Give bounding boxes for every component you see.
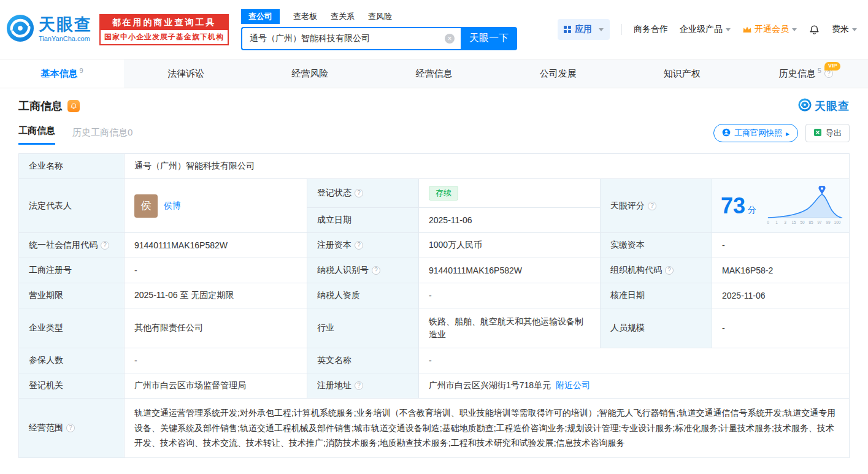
search-tab-relation[interactable]: 查关系 (331, 9, 355, 24)
nearby-companies-link[interactable]: 附近公司 (556, 380, 590, 390)
promo-badge: 都在用的商业查询工具 国家中小企业发展子基金旗下机构 (99, 14, 229, 45)
help-icon[interactable] (355, 189, 363, 197)
tianyancha-swirl-icon (6, 14, 34, 45)
help-icon[interactable] (355, 241, 363, 250)
approval-date-value: 2025-11-06 (712, 283, 850, 308)
nav-tab-company-development[interactable]: 公司发展 (496, 59, 620, 88)
reg-status-label: 登记状态 (307, 179, 419, 208)
insured-count-label: 参保人数 (19, 348, 125, 373)
top-menu: 应用 商务合作 企业级产品 开通会员 费米 (558, 19, 857, 40)
nav-tab-operation-info[interactable]: 经营信息 (372, 59, 496, 88)
menu-enterprise-products[interactable]: 企业级产品 (680, 24, 731, 35)
help-icon[interactable] (66, 424, 75, 432)
help-icon[interactable] (355, 381, 363, 390)
org-code-label: 组织机构代码 (601, 258, 712, 283)
paid-capital-value: - (712, 233, 850, 258)
business-term-label: 营业期限 (19, 283, 125, 308)
legal-rep-avatar[interactable]: 侯 (134, 194, 158, 218)
help-icon[interactable] (101, 241, 109, 250)
tyc-score-label: 天眼评分 (601, 179, 712, 233)
search-tab-company[interactable]: 查公司 (241, 9, 280, 24)
menu-cooperation[interactable]: 商务合作 (634, 24, 668, 35)
registration-authority-label: 登记机关 (19, 373, 125, 399)
chevron-down-icon (726, 28, 731, 31)
score-pin-icon (819, 186, 826, 194)
search-input[interactable] (248, 33, 445, 44)
subtab-history-business-info[interactable]: 历史工商信息0 (72, 127, 133, 145)
score-trend-chart: 0 1 3 15 50 85 97 99 100 (766, 186, 844, 226)
staff-size-label: 人员规模 (601, 308, 712, 348)
table-row: 法定代表人 侯 侯博 登记状态 存续 天眼评分 73 分 (19, 179, 850, 208)
site-logo[interactable]: 天眼查 TianYanCha.com (6, 14, 92, 45)
notifications-bell-icon[interactable] (808, 24, 820, 36)
taxpayer-qualification-label: 纳税人资质 (307, 283, 419, 308)
vip-badge: VIP (824, 62, 841, 71)
help-icon[interactable] (648, 202, 656, 210)
snapshot-icon (722, 128, 731, 139)
approval-date-label: 核准日期 (601, 283, 712, 308)
legal-rep-link[interactable]: 侯博 (164, 201, 181, 212)
nav-tab-intellectual-property[interactable]: 知识产权 (620, 59, 744, 88)
score-axis-tick: 100 (834, 220, 841, 224)
uscc-value: 91440111MAK16P582W (125, 233, 307, 258)
score-axis-tick: 3 (784, 220, 786, 224)
page-header: 天眼查 TianYanCha.com 都在用的商业查询工具 国家中小企业发展子基… (0, 0, 868, 59)
tab-count-badge: 9 (80, 67, 83, 74)
company-name-value: 通号（广州）智能科技有限公司 (125, 154, 850, 179)
established-date-value: 2025-11-06 (419, 208, 601, 233)
score-axis-tick: 15 (791, 220, 796, 224)
score-unit: 分 (748, 205, 756, 216)
company-type-label: 企业类型 (19, 308, 125, 348)
reg-capital-value: 1000万人民币 (419, 233, 601, 258)
search-tab-risk[interactable]: 查风险 (368, 9, 392, 24)
score-axis-tick: 99 (826, 220, 831, 224)
official-snapshot-button[interactable]: 工商官网快照 (713, 124, 798, 142)
search-area: 查公司 查老板 查关系 查风险 天眼一下 (241, 9, 517, 50)
search-tab-boss[interactable]: 查老板 (293, 9, 317, 24)
help-icon[interactable] (824, 69, 833, 78)
score-axis-tick: 85 (808, 220, 813, 224)
registered-address-value: 广州市白云区兴湖街1号718单元 附近公司 (419, 373, 850, 399)
open-membership-button[interactable]: 开通会员 (742, 24, 797, 35)
search-button[interactable]: 天眼一下 (461, 27, 517, 50)
nav-tab-history-info[interactable]: VIP 历史信息 5 (744, 59, 868, 88)
export-button[interactable]: 导出 (805, 124, 850, 142)
chevron-down-icon (599, 28, 604, 31)
company-type-value: 其他有限责任公司 (125, 308, 307, 348)
taxpayer-qualification-value: - (419, 283, 601, 308)
table-row: 营业期限 2025-11-06 至 无固定期限 纳税人资质 - 核准日期 202… (19, 283, 850, 308)
company-nav-bar: 基本信息 9 法律诉讼 经营风险 经营信息 公司发展 知识产权 VIP 历史信息… (0, 59, 868, 88)
score-axis-tick: 0 (767, 220, 769, 224)
company-name-label: 企业名称 (19, 154, 125, 179)
subscribe-bell-icon[interactable] (67, 100, 80, 112)
paid-capital-label: 实缴资本 (601, 233, 712, 258)
nav-tab-legal-litigation[interactable]: 法律诉讼 (124, 59, 248, 88)
help-icon[interactable] (665, 266, 674, 275)
business-scope-label: 经营范围 (19, 399, 125, 458)
apps-button[interactable]: 应用 (558, 19, 610, 40)
help-icon[interactable] (372, 266, 380, 275)
legal-rep-label: 法定代表人 (19, 179, 125, 233)
subtab-business-info[interactable]: 工商信息 (18, 125, 55, 145)
score-axis-tick: 97 (817, 220, 822, 224)
main-content: 工商信息 天眼查 工商信息 历史 (0, 98, 868, 458)
watermark-brand: 天眼查 (798, 98, 850, 114)
tianyancha-swirl-icon (798, 98, 812, 114)
brand-name: 天眼查 (815, 99, 850, 113)
search-tabs: 查公司 查老板 查关系 查风险 (241, 9, 517, 24)
search-input-wrap (241, 27, 461, 50)
nav-tab-operation-risk[interactable]: 经营风险 (248, 59, 372, 88)
business-info-table: 企业名称 通号（广州）智能科技有限公司 法定代表人 侯 侯博 登记状态 存续 天… (18, 153, 850, 458)
legal-rep-value: 侯 侯博 (125, 179, 307, 233)
uscc-label: 统一社会信用代码 (19, 233, 125, 258)
table-row: 登记机关 广州市白云区市场监督管理局 注册地址 广州市白云区兴湖街1号718单元… (19, 373, 850, 399)
table-row: 企业名称 通号（广州）智能科技有限公司 (19, 154, 850, 179)
established-date-label: 成立日期 (307, 208, 419, 233)
clear-search-icon[interactable] (445, 34, 455, 44)
table-row: 参保人数 - 英文名称 - (19, 348, 850, 373)
reg-status-value: 存续 (419, 179, 601, 208)
nav-tab-basic-info[interactable]: 基本信息 9 (0, 59, 124, 88)
business-info-title: 工商信息 (18, 99, 63, 113)
user-menu[interactable]: 费米 (832, 24, 857, 35)
english-name-label: 英文名称 (307, 348, 419, 373)
